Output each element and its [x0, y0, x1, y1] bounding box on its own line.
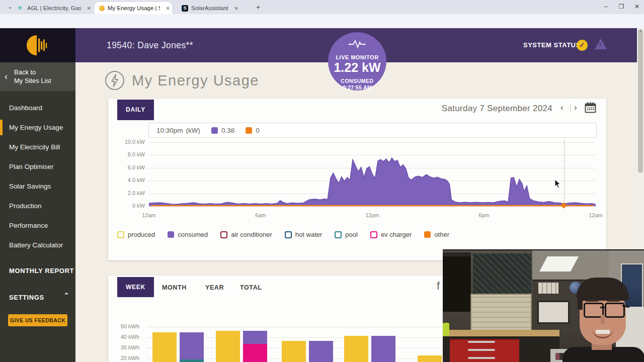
solar-analytics-logo[interactable]: [0, 28, 75, 62]
live-time: 9:27:55 AM: [328, 84, 386, 90]
tab-title: My Energy Usage | Solar Analyt: [108, 5, 160, 11]
legend-swatch-icon: [370, 231, 377, 238]
bar-produced[interactable]: [344, 336, 368, 362]
back-to-sites-link[interactable]: ‹ Back to My Sites List: [0, 62, 75, 91]
sidebar-item-plan-optimiser[interactable]: Plan Optimiser: [0, 157, 75, 176]
tab-close-icon[interactable]: ✕: [232, 6, 240, 11]
tab-total[interactable]: TOTAL: [240, 284, 262, 291]
bar-produced[interactable]: [418, 355, 442, 362]
week-ytick-label: 50 kWh: [116, 323, 139, 329]
legend-swatch-icon: [335, 231, 342, 238]
presenter-eyebrow: [586, 300, 599, 302]
bar-consumed[interactable]: [309, 341, 333, 362]
legend-label: hot water: [295, 231, 322, 238]
bar-produced[interactable]: [282, 341, 306, 362]
scrollbar-thumb[interactable]: [638, 29, 643, 173]
daily-ytick-label: 2.0 kW: [123, 190, 145, 196]
presenter-sideburn: [578, 297, 583, 310]
live-mode-label: CONSUMED: [328, 78, 386, 84]
hover-other-value: 0: [256, 127, 260, 134]
window-restore-button[interactable]: ❐: [617, 3, 626, 10]
live-monitor-widget[interactable]: LIVE MONITOR 1.22 kW CONSUMED 9:27:55 AM: [328, 32, 386, 90]
daily-xtick-label: 6am: [251, 212, 271, 218]
legend-item-produced: produced: [117, 231, 155, 238]
browser-tab[interactable]: My Energy Usage | Solar Analyt✕: [95, 2, 172, 14]
logo-sun-icon: [26, 34, 49, 57]
bar-pool[interactable]: [180, 359, 204, 362]
tab-close-icon[interactable]: ✕: [164, 6, 172, 11]
bar-consumed[interactable]: [180, 332, 204, 360]
daily-ytick-label: 6.0 kW: [123, 164, 145, 170]
sidebar-item-dashboard[interactable]: Dashboard: [0, 98, 75, 118]
legend-label: pool: [345, 231, 358, 238]
legend-label: other: [434, 231, 449, 238]
legend-label: produced: [128, 231, 155, 238]
status-ok-icon[interactable]: ✓: [577, 40, 588, 51]
pulse-icon: [349, 39, 366, 48]
legend-swatch-icon: [220, 231, 227, 238]
prev-day-button[interactable]: ‹: [560, 103, 564, 113]
workbench: [443, 330, 559, 336]
other-swatch-icon: [246, 127, 252, 134]
legend-item-other: other: [424, 231, 449, 238]
pattern-board: [473, 253, 531, 294]
sidebar-item-solar-savings[interactable]: Solar Savings: [0, 176, 75, 196]
bar-produced[interactable]: [216, 331, 240, 362]
status-alert-icon[interactable]: !: [595, 39, 607, 49]
window-close-button[interactable]: ✕: [632, 3, 641, 10]
new-tab-button[interactable]: +: [254, 3, 263, 12]
my-sites-list-label: My Sites List: [14, 76, 51, 85]
picture-frame: [537, 301, 570, 324]
tab-daily[interactable]: DAILY: [117, 100, 154, 120]
browser-tab[interactable]: ✳AGL | Electricity, Gas, Internet a✕: [13, 2, 93, 14]
webcam-overlay: [443, 249, 644, 362]
sidebar-item-my-energy-usage[interactable]: My Energy Usage: [0, 118, 75, 137]
calendar-icon[interactable]: [585, 102, 596, 115]
comic-wall: [470, 294, 532, 332]
sidebar-item-my-electricity-bill[interactable]: My Electricity Bill: [0, 137, 75, 157]
lab-equipment: [443, 252, 471, 312]
presenter-eyebrow: [607, 300, 620, 302]
bar-ev-charger[interactable]: [243, 344, 267, 362]
window-minimize-button[interactable]: –: [601, 3, 610, 10]
bar-consumed[interactable]: [243, 331, 267, 343]
sidebar-nav: DashboardMy Energy UsageMy Electricity B…: [0, 91, 75, 362]
sun-circle-icon: [99, 6, 105, 11]
tab-month[interactable]: MONTH: [162, 284, 187, 291]
legend-label: ev charger: [381, 231, 412, 238]
sidebar-item-monthly-report[interactable]: MONTHLY REPORT: [0, 267, 75, 275]
legend-item-pool: pool: [335, 231, 358, 238]
sidebar-item-performance[interactable]: Performance: [0, 216, 75, 235]
browser-tab[interactable]: SSolarAssistant✕: [177, 2, 251, 14]
tab-close-icon[interactable]: ✕: [85, 6, 93, 11]
week-ytick-label: 20 kWh: [116, 355, 139, 361]
legend-swatch-icon: [117, 231, 124, 238]
sidebar-item-settings[interactable]: SETTINGS ⌃: [0, 294, 75, 301]
bar-produced[interactable]: [152, 332, 177, 362]
daily-xtick-label: 12am: [586, 212, 606, 218]
tab-year[interactable]: YEAR: [205, 284, 224, 291]
live-power-value: 1.22 kW: [328, 60, 386, 75]
hover-consumed-value: 0.38: [221, 127, 234, 134]
chart-legend: producedconsumedair conditionerhot water…: [117, 231, 449, 238]
sidebar-item-battery-calculator[interactable]: Battery Calculator: [0, 235, 75, 255]
week-ytick-label: 30 kWh: [116, 344, 139, 350]
sidebar-item-production[interactable]: Production: [0, 196, 75, 216]
chart-hover-readout: 10:30pm (kW) 0.38 0: [148, 123, 597, 138]
mouse-cursor: [554, 179, 561, 189]
presenter-teeth: [596, 330, 610, 334]
browser-toolbar: ← → ↻ ⌂ ⇅ my.solaranalytics.com/au/my-en…: [0, 14, 644, 28]
tab-week[interactable]: WEEK: [117, 277, 154, 297]
daily-area-chart[interactable]: [149, 139, 596, 207]
live-monitor-label: LIVE MONITOR: [328, 54, 386, 60]
legend-item-air-conditioner: air conditioner: [220, 231, 272, 238]
daily-xtick-label: 12pm: [362, 212, 382, 218]
chart-cursor-line: [564, 140, 565, 206]
give-feedback-button[interactable]: GIVE US FEEDBACK: [8, 314, 67, 326]
next-day-button[interactable]: ›: [574, 103, 577, 113]
scroll-up-icon[interactable]: ▲: [639, 29, 642, 32]
bar-consumed[interactable]: [371, 336, 395, 362]
legend-label: consumed: [178, 231, 208, 238]
agl-sparkle-icon: ✳: [17, 5, 24, 12]
legend-item-hot-water: hot water: [285, 231, 322, 238]
